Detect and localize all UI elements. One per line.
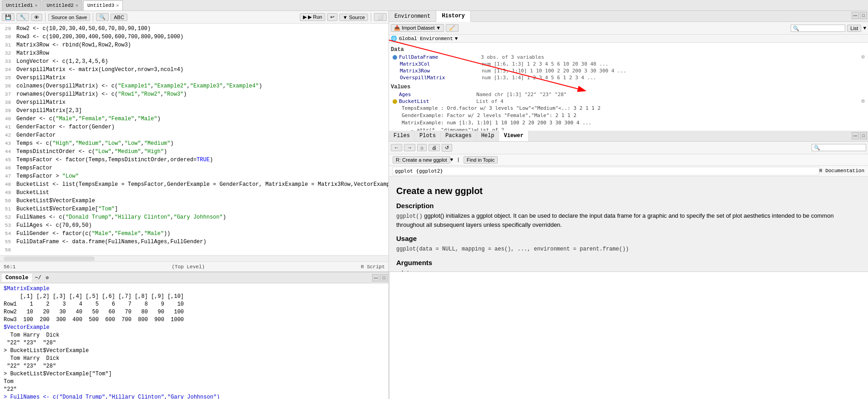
line-number: 50 <box>0 197 15 205</box>
editor-line: 55FullDataFrame <- data.frame(FullNames,… <box>0 238 389 246</box>
search-button[interactable]: 🔍 <box>96 13 109 21</box>
minimize-button[interactable]: — <box>372 274 379 281</box>
maximize-button[interactable]: □ <box>860 12 867 19</box>
viewer-content: Create a new ggplot Description ggplot()… <box>389 177 868 272</box>
maximize-button[interactable]: □ <box>380 274 388 281</box>
horizontal-scrollbar[interactable] <box>0 255 389 261</box>
separator <box>93 13 93 21</box>
maximize-button[interactable]: □ <box>860 132 867 139</box>
source-on-save-button[interactable]: Source on Save <box>48 14 90 21</box>
global-env-selector[interactable]: 🌐 Global Environment ▼ <box>389 35 868 43</box>
home-button[interactable]: ⌂ <box>417 144 427 151</box>
line-number: 31 <box>0 41 15 49</box>
list-view-button[interactable]: List <box>847 25 861 32</box>
tab-help[interactable]: Help <box>477 130 500 141</box>
close-icon[interactable]: ✕ <box>35 3 37 8</box>
tab-packages[interactable]: Packages <box>441 130 477 141</box>
env-search-input[interactable] <box>791 25 845 32</box>
line-number: 35 <box>0 74 15 82</box>
run-icon: ▶ <box>303 14 307 20</box>
console-line: Tom Harry Dick <box>4 332 385 339</box>
editor-tab-bar: Untitled1 ✕ Untitled2 ✕ Untitled3 ✕ <box>0 0 868 11</box>
env-window-controls: — □ <box>851 11 868 21</box>
editor-line: 39OverspillMatrix[2,3] <box>0 107 389 115</box>
env-value-item: BucketListList of 4⊟ <box>391 98 866 105</box>
editor-area[interactable]: 29Row2 <- c(10,20,30,40,50,60,70,80,90,1… <box>0 24 389 255</box>
tab-files[interactable]: Files <box>389 130 415 141</box>
minimize-button[interactable]: — <box>852 12 859 19</box>
console-content[interactable]: $MatrixExample [,1] [,2] [,3] [,4] [,5] … <box>0 283 389 399</box>
tab-untitled2[interactable]: Untitled2 ✕ <box>42 0 82 10</box>
minimize-button[interactable]: — <box>852 132 859 139</box>
dropdown-icon[interactable]: ▼ <box>450 157 454 163</box>
list-dropdown-icon[interactable]: ▼ <box>863 26 866 31</box>
env-value-item: AgesNamed chr [1:3] "22" "23" "28" <box>391 91 866 98</box>
line-content: GenderFactor <box>15 131 389 139</box>
run-button[interactable]: ▶ ▶ Run <box>300 13 325 21</box>
tab-untitled3[interactable]: Untitled3 ✕ <box>83 0 123 10</box>
clear-console-button[interactable]: 🧹 <box>446 24 459 32</box>
tab-viewer[interactable]: Viewer <box>499 130 528 141</box>
close-icon[interactable]: ✕ <box>116 3 119 8</box>
spell-check-button[interactable]: ABC <box>111 14 127 21</box>
line-number: 55 <box>0 238 15 246</box>
global-env-label: Global Environment <box>399 36 453 41</box>
env-item-expand-button[interactable]: ⊡ <box>862 54 864 59</box>
panel-toggle-button[interactable]: ⬜ <box>374 13 387 21</box>
data-item-icon <box>393 55 397 60</box>
line-number: 43 <box>0 139 15 148</box>
editor-line: 35OverspillMatrix <box>0 74 389 82</box>
line-number: 36 <box>0 82 15 90</box>
line-content: FullAges <- c(70,69,50) <box>15 221 389 230</box>
argument-name: data <box>396 268 442 271</box>
editor-line: 34OverspillMatrix <- matrix(LongVector,n… <box>0 66 389 74</box>
editor-line: 54FullGender <- factor(c("Male","Female"… <box>0 230 389 238</box>
line-content: Temps <- c("High","Medium","Low","Low","… <box>15 139 389 148</box>
tab-environment[interactable]: Environment <box>389 11 436 22</box>
re-run-button[interactable]: ↩ <box>327 13 338 21</box>
close-icon[interactable]: ✕ <box>76 3 78 8</box>
file-type: R Script <box>361 264 385 270</box>
cursor-position: 56:1 <box>4 264 15 270</box>
env-history-tab-bar: Environment History — □ <box>389 11 868 22</box>
line-content: OverspillMatrix[2,3] <box>15 107 389 115</box>
line-content: TempsFactor > "Low" <box>15 172 389 180</box>
forward-button[interactable]: → <box>404 144 415 151</box>
env-item-name: BucketList <box>399 98 476 104</box>
editor-line: 47TempsFactor > "Low" <box>0 172 389 180</box>
save-button[interactable]: 💾 <box>2 13 15 21</box>
editor-line: 33LongVector <- c(1,2,3,4,5,6) <box>0 57 389 66</box>
tab-history[interactable]: History <box>436 11 470 22</box>
print-button[interactable]: 🖨 <box>429 144 440 151</box>
fortify-link[interactable]: fortify <box>670 271 684 271</box>
line-number: 30 <box>0 33 15 41</box>
source-button[interactable]: ▼ Source <box>339 14 368 21</box>
line-number: 53 <box>0 221 15 230</box>
line-number: 42 <box>0 131 15 139</box>
console-line: [,1] [,2] [,3] [,4] [,5] [,6] [,7] [,8] … <box>4 293 385 301</box>
refresh-button[interactable]: ↺ <box>442 144 452 152</box>
topic-input[interactable] <box>393 167 819 175</box>
console-line: Tom <box>4 378 385 386</box>
line-content: LongVector <- c(1,2,3,4,5,6) <box>15 57 389 66</box>
editor-line: 31Matrix3Row <- rbind(Row1,Row2,Row3) <box>0 41 389 49</box>
tab-console[interactable]: Console <box>2 274 32 282</box>
import-dataset-button[interactable]: 📥 Import Dataset ▼ <box>391 24 444 32</box>
find-in-topic-button[interactable]: Find in Topic <box>464 156 498 164</box>
editor-line: 29Row2 <- c(10,20,30,40,50,60,70,80,90,1… <box>0 25 389 33</box>
tab-plots[interactable]: Plots <box>415 130 441 141</box>
console-line: Tom Harry Dick <box>4 355 385 363</box>
line-number: 34 <box>0 66 15 74</box>
knit-button[interactable]: 🔧 <box>16 13 29 21</box>
viewer-search-input[interactable] <box>812 144 866 151</box>
line-number: 54 <box>0 230 15 238</box>
tab-untitled1[interactable]: Untitled1 ✕ <box>2 0 41 10</box>
env-item-expand-button[interactable]: ⊟ <box>862 98 864 103</box>
line-number: 39 <box>0 107 15 115</box>
editor-line: 38OverspillMatrix <box>0 98 389 107</box>
console-line: Row3 100 200 300 400 500 600 700 800 900… <box>4 316 385 324</box>
preview-button[interactable]: 👁 <box>31 14 42 21</box>
editor-line: 43Temps <- c("High","Medium","Low","Low"… <box>0 139 389 148</box>
back-button[interactable]: ← <box>391 144 402 151</box>
create-new-ggplot-button[interactable]: R: Create a new ggplot <box>393 156 450 164</box>
